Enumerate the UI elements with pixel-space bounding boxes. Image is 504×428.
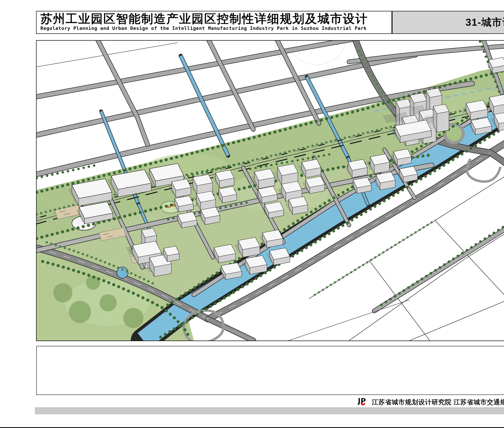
sheet-title-chinese: 苏州工业园区智能制造产业园区控制性详细规划及城市设计	[41, 12, 390, 25]
sheet-subtitle-english: Regulatory Planning and Urban Design of …	[41, 25, 390, 31]
plan-sheet: 苏州工业园区智能制造产业园区控制性详细规划及城市设计 Regulatory Pl…	[0, 0, 504, 428]
drawing-number-label: 31-城市设计三维鸟瞰图	[465, 16, 504, 29]
notes-table	[36, 346, 504, 395]
bottom-gray-bar	[35, 407, 504, 414]
drawing-number-block: 31-城市设计三维鸟瞰图	[392, 11, 504, 34]
jp-logo: JP	[358, 397, 369, 406]
footer-institutions: 江苏省城市规划设计研究院 江苏省城市交通规划研究中心	[372, 398, 504, 406]
header-band: 苏州工业园区智能制造产业园区控制性详细规划及城市设计 Regulatory Pl…	[36, 11, 392, 34]
birdseye-scene-svg	[37, 41, 504, 341]
sheet-bottom-edge	[0, 427, 504, 428]
birdseye-rendering	[36, 40, 504, 341]
